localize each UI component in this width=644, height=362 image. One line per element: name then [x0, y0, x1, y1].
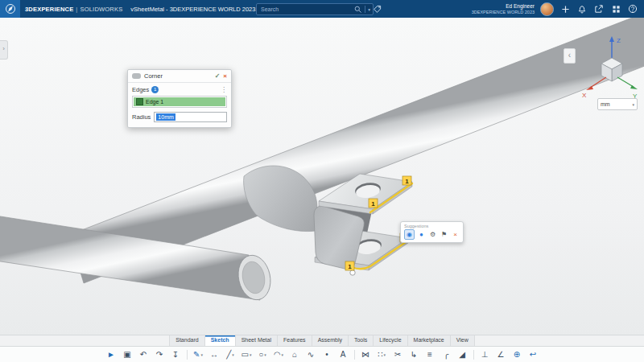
3dexperience-compass-logo[interactable]	[0, 0, 20, 18]
notifications-button[interactable]	[576, 3, 588, 14]
paste-icon[interactable]: ▣	[120, 348, 135, 361]
suggestions-popup[interactable]: Suggestions ◉●⚙⚑×	[400, 221, 464, 243]
tab-marketplace[interactable]: Marketplace	[408, 335, 451, 346]
units-value: mm	[601, 101, 610, 107]
close-button[interactable]: ×	[223, 72, 227, 80]
units-dropdown[interactable]: mm ▾	[597, 98, 638, 110]
tab-lifecycle[interactable]: Lifecycle	[374, 335, 407, 346]
toolbar-separator	[354, 350, 355, 360]
dropdown-caret-icon: ▾	[264, 352, 266, 357]
apps-button[interactable]	[610, 3, 621, 14]
avatar[interactable]	[540, 2, 554, 16]
search-box[interactable]: ▾	[256, 3, 374, 15]
suggestion-corner-icon[interactable]: ◉	[404, 229, 415, 240]
share-icon	[594, 4, 604, 14]
dialog-title: Corner	[144, 72, 212, 80]
convert-icon[interactable]: ↳	[407, 348, 422, 361]
overflow-menu-icon[interactable]: ⋮	[221, 86, 227, 93]
collapse-triad-button[interactable]: ‹	[564, 48, 576, 64]
brand-name: 3DEXPERIENCE	[25, 6, 73, 13]
dropdown-caret-icon: ▾	[200, 352, 203, 357]
suggestions-label: Suggestions	[404, 224, 460, 228]
apps-grid-icon	[612, 5, 621, 14]
drag-handle[interactable]	[350, 270, 355, 275]
suggestion-fillet-icon[interactable]: ●	[417, 230, 426, 239]
svg-text:1: 1	[371, 200, 375, 208]
redo-icon[interactable]: ↷	[152, 348, 167, 361]
help-button[interactable]	[627, 3, 638, 14]
axis-z-label: Z	[617, 37, 621, 44]
user-info[interactable]: Ed Engineer 3DEXPERIENCE WORLD 2023	[472, 3, 535, 15]
brand-divider: |	[76, 6, 77, 13]
search-divider	[365, 6, 365, 13]
polygon-icon[interactable]: ⌂	[287, 348, 303, 361]
dropdown-caret-icon: ▾	[250, 352, 252, 357]
zoom-fit-icon[interactable]: ⊕	[510, 348, 525, 361]
top-bar: 3DEXPERIENCE|SOLIDWORKS vSheetMetal - 3D…	[0, 0, 644, 18]
chamfer-icon[interactable]: ◢	[455, 348, 470, 361]
save-icon[interactable]: ↧	[168, 348, 184, 361]
tab-assembly[interactable]: Assembly	[312, 335, 349, 346]
graphics-area[interactable]: 1 1 1 1 › ‹ Z	[0, 18, 644, 335]
suggestion-dismiss-icon[interactable]: ×	[451, 230, 460, 239]
edge-list-item[interactable]: Edge 1	[134, 97, 225, 106]
user-name: Ed Engineer	[472, 3, 535, 10]
exit-sketch-icon[interactable]: ↩	[526, 348, 541, 361]
trim-icon[interactable]: ✂	[390, 348, 406, 361]
user-organization: 3DEXPERIENCE WORLD 2023	[472, 10, 535, 15]
relations-icon[interactable]: ⊥	[477, 348, 493, 361]
arc-icon[interactable]: ◠▾	[271, 348, 287, 361]
model-3d[interactable]: 1 1 1 1	[0, 18, 644, 335]
corner-dialog-header[interactable]: Corner ✓ ×	[128, 70, 231, 83]
mirror-icon[interactable]: ⋈	[358, 348, 374, 361]
search-scope-caret-icon[interactable]: ▾	[368, 7, 370, 12]
edges-selection-list[interactable]: Edge 1	[132, 96, 227, 108]
suggestion-settings-icon[interactable]: ⚙	[428, 230, 437, 239]
smart-dimension-icon[interactable]: ↔	[207, 348, 222, 361]
rectangle-icon[interactable]: ▭▾	[239, 348, 254, 361]
confirm-button[interactable]: ✓	[215, 72, 221, 80]
pattern-icon[interactable]: ∷▾	[374, 348, 390, 361]
plus-icon	[561, 5, 570, 14]
fillet-icon[interactable]: ╭	[439, 348, 454, 361]
spline-icon[interactable]: ∿	[303, 348, 319, 361]
share-button[interactable]	[593, 3, 605, 14]
suggestion-pin-icon[interactable]: ⚑	[440, 230, 448, 239]
toolbar-separator	[473, 350, 474, 360]
line-icon[interactable]: ╱▾	[223, 348, 238, 361]
brand-product: SOLIDWORKS	[80, 6, 123, 13]
dropdown-caret-icon: ▾	[282, 352, 284, 357]
measure-icon[interactable]: ∠	[493, 348, 509, 361]
selection-badge-2: 1	[369, 199, 378, 208]
expand-left-panel-button[interactable]: ›	[0, 40, 8, 60]
radius-value-selected: 10mm	[156, 113, 175, 121]
document-title-text: vSheetMetal - 3DEXPERIENCE WORLD 2023	[130, 6, 255, 13]
svg-text:1: 1	[348, 263, 352, 270]
units-caret-icon: ▾	[632, 102, 634, 107]
axis-x-label: X	[582, 92, 587, 99]
corner-dialog[interactable]: Corner ✓ × Edges 1 ⋮ Edge 1 Radius	[127, 69, 232, 128]
tab-tools[interactable]: Tools	[349, 335, 374, 346]
tab-features[interactable]: Features	[278, 335, 312, 346]
point-icon[interactable]: •	[320, 348, 335, 361]
bell-icon	[577, 4, 587, 14]
search-icon[interactable]	[354, 6, 362, 14]
tag-icon[interactable]	[372, 4, 382, 14]
dropdown-caret-icon: ▾	[232, 352, 234, 357]
search-input[interactable]	[259, 6, 354, 13]
text-icon[interactable]: A	[336, 348, 351, 361]
offset-icon[interactable]: ≡	[423, 348, 438, 361]
document-title[interactable]: vSheetMetal - 3DEXPERIENCE WORLD 2023 ▾	[130, 6, 260, 13]
select-icon[interactable]: ►	[104, 348, 119, 361]
suggestions-icons: ◉●⚙⚑×	[404, 229, 460, 240]
undo-icon[interactable]: ↶	[136, 348, 151, 361]
tab-sheet-metal[interactable]: Sheet Metal	[236, 335, 278, 346]
tab-sketch[interactable]: Sketch	[205, 335, 236, 346]
tab-standard[interactable]: Standard	[169, 335, 204, 346]
circle-icon[interactable]: ○▾	[255, 348, 270, 361]
radius-input[interactable]: 10mm	[154, 112, 227, 122]
sketch-icon[interactable]: ✎▾	[191, 348, 206, 361]
orientation-triad[interactable]: Z X Y	[580, 31, 641, 105]
tab-view[interactable]: View	[451, 335, 475, 346]
add-button[interactable]	[559, 3, 571, 14]
